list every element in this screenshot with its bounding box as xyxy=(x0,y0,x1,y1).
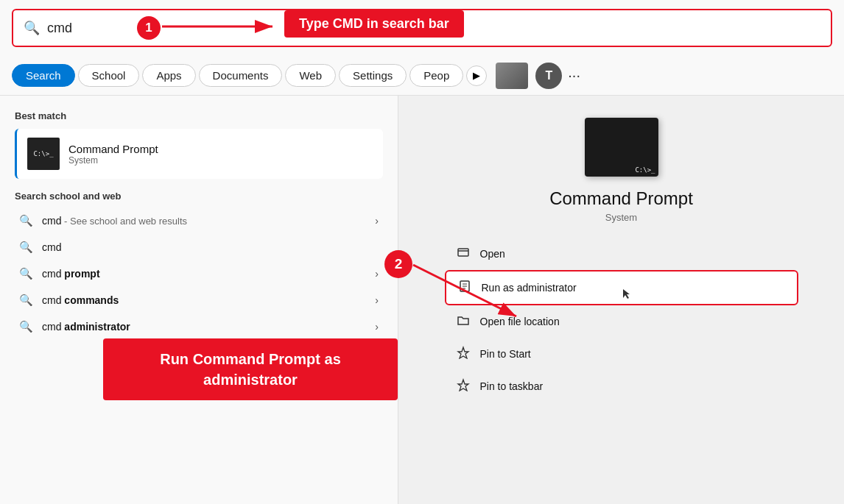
tab-documents[interactable]: Documents xyxy=(199,64,283,87)
pin-taskbar-icon xyxy=(455,378,471,394)
search-icon-0: 🔍 xyxy=(19,214,33,227)
left-panel: Best match C:\>_ Command Prompt System R… xyxy=(0,96,398,504)
search-icon-3: 🔍 xyxy=(19,294,33,307)
arrow-right-3: › xyxy=(375,294,379,306)
tab-web[interactable]: Web xyxy=(285,64,336,87)
user-avatar[interactable]: T xyxy=(535,63,562,89)
web-result-2[interactable]: 🔍 cmd prompt › xyxy=(15,260,383,287)
cursor-indicator xyxy=(622,288,629,298)
badge-2: 2 xyxy=(384,250,412,278)
action-pin-start[interactable]: Pin to Start xyxy=(445,338,798,370)
tab-more-arrow[interactable]: ▶ xyxy=(466,65,487,86)
action-pin-taskbar[interactable]: Pin to taskbar xyxy=(445,370,798,402)
run-admin-label: Run as administrator xyxy=(482,282,577,294)
windows-search-ui: 🔍 cmd 1 Type CMD in search bar Search Sc… xyxy=(0,0,844,504)
run-admin-icon xyxy=(457,280,473,296)
tab-settings[interactable]: Settings xyxy=(339,64,407,87)
search-bar[interactable]: 🔍 cmd xyxy=(12,9,832,47)
tabs-row: Search School Apps Documents Web Setting… xyxy=(0,56,844,96)
open-label: Open xyxy=(480,248,505,260)
badge-1: 1 xyxy=(137,16,161,40)
pin-taskbar-label: Pin to taskbar xyxy=(480,380,544,392)
action-run-admin[interactable]: Run as administrator xyxy=(445,270,798,305)
right-app-title: Command Prompt xyxy=(549,188,693,209)
action-open[interactable]: Open xyxy=(445,238,798,270)
search-input[interactable]: cmd xyxy=(47,21,820,36)
search-icon: 🔍 xyxy=(24,20,40,36)
search-bar-row: 🔍 cmd 1 Type CMD in search bar xyxy=(0,0,844,56)
search-icon-2: 🔍 xyxy=(19,267,33,280)
more-options-icon[interactable]: ··· xyxy=(568,67,580,84)
web-result-3[interactable]: 🔍 cmd commands › xyxy=(15,287,383,313)
run-admin-annotation: Run Command Prompt as administrator xyxy=(103,338,398,400)
best-match-title: Best match xyxy=(15,110,383,121)
web-section-title: Search school and web xyxy=(15,191,383,202)
cmd-app-icon: C:\>_ xyxy=(27,138,60,170)
pin-start-label: Pin to Start xyxy=(480,348,531,360)
right-panel: 2 C:\>_ Command Prompt System xyxy=(398,96,844,504)
arrow-right-4: › xyxy=(375,321,379,333)
arrow-right-2: › xyxy=(375,268,379,280)
app-preview-icon: C:\>_ xyxy=(585,118,658,177)
tab-apps[interactable]: Apps xyxy=(142,64,195,87)
main-content: Best match C:\>_ Command Prompt System R… xyxy=(0,96,844,504)
search-icon-4: 🔍 xyxy=(19,320,33,333)
app-name: Command Prompt xyxy=(68,143,158,155)
action-open-location[interactable]: Open file location xyxy=(445,305,798,338)
best-match-info: Command Prompt System xyxy=(68,143,158,166)
tab-school[interactable]: School xyxy=(78,64,140,87)
svg-rect-4 xyxy=(458,249,468,256)
best-match-item[interactable]: C:\>_ Command Prompt System xyxy=(15,129,383,179)
profile-image xyxy=(496,63,528,89)
right-app-type: System xyxy=(605,212,637,223)
web-result-1[interactable]: 🔍 cmd xyxy=(15,234,383,260)
web-result-4[interactable]: 🔍 cmd administrator › xyxy=(15,313,383,340)
open-location-label: Open file location xyxy=(480,316,560,327)
web-result-0[interactable]: 🔍 cmd - See school and web results › xyxy=(15,207,383,234)
search-icon-1: 🔍 xyxy=(19,241,33,254)
app-type: System xyxy=(68,155,158,166)
folder-icon xyxy=(455,313,471,330)
open-icon xyxy=(455,246,471,262)
action-list: Open Run as administrator xyxy=(445,238,798,402)
tab-search[interactable]: Search xyxy=(12,64,75,87)
pin-start-icon xyxy=(455,346,471,362)
arrow-right-0: › xyxy=(375,215,379,227)
tab-people[interactable]: Peop xyxy=(409,64,463,87)
